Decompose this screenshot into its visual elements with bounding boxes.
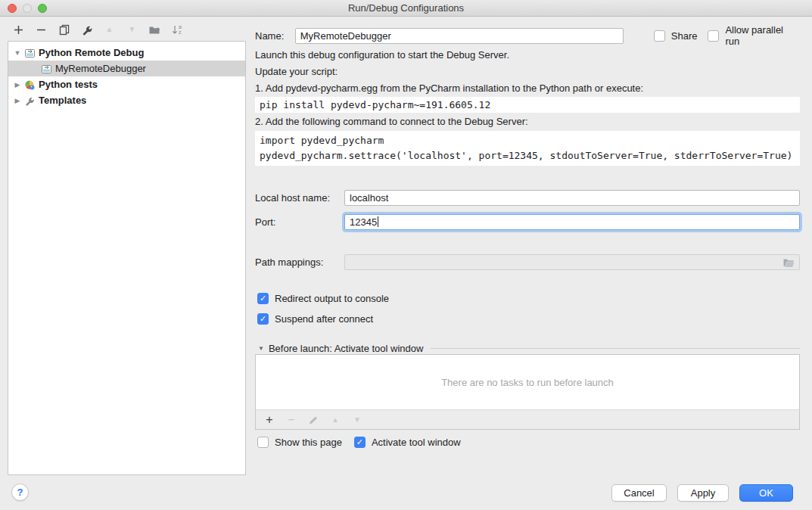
show-this-page-checkbox[interactable] [257,437,269,448]
move-down-button[interactable]: ▼ [126,23,138,36]
settrace-code: import pydevd_pycharm pydevd_pycharm.set… [255,131,800,166]
plus-icon: + [266,414,272,426]
redirect-output-row: ✓ Redirect output to console [257,293,800,304]
zoom-button[interactable] [38,4,47,13]
up-arrow-icon: ▲ [331,416,339,424]
help-button[interactable]: ? [11,484,29,501]
edit-task-button[interactable] [307,414,319,426]
redirect-output-checkbox[interactable]: ✓ [257,293,269,304]
configurations-toolbar: ▲ ▼ a z [12,22,184,37]
tree-item-python-tests[interactable]: ▶ Python tests [8,76,245,92]
path-mappings-input[interactable] [344,254,800,270]
activate-tool-window-checkbox[interactable]: ✓ [354,437,366,448]
tree-item-label: Templates [39,95,86,106]
suspend-after-connect-checkbox[interactable]: ✓ [257,313,269,325]
tree-item-label: Python tests [39,79,98,90]
tree-item-myremotedebugger[interactable]: MyRemoteDebugger [8,61,245,76]
name-value: MyRemoteDebugger [300,30,391,42]
path-mappings-label: Path mappings: [255,257,344,268]
tree-item-python-remote-debug[interactable]: ▼ Python Remote Debug [8,45,245,61]
collapse-triangle-icon[interactable]: ▼ [258,345,264,352]
suspend-after-connect-row: ✓ Suspend after connect [257,313,800,325]
move-task-up-button[interactable]: ▲ [329,414,341,426]
port-label: Port: [255,216,344,228]
minimize-button[interactable] [23,4,32,13]
python-tests-icon [23,79,36,91]
settrace-code-line1: import pydevd_pycharm [260,133,795,148]
sort-az-icon: a z [171,23,184,36]
chevron-right-icon[interactable]: ▶ [13,97,22,104]
minus-icon [36,24,47,36]
show-this-page-label: Show this page [275,437,342,448]
checkmark-icon: ✓ [260,294,266,303]
suspend-after-connect-label: Suspend after connect [275,313,373,325]
chevron-down-icon[interactable]: ▼ [13,49,22,57]
wrench-icon [81,23,93,36]
name-row: Name: MyRemoteDebugger Share Allow paral… [255,24,800,47]
chevron-right-icon[interactable]: ▶ [13,81,22,89]
copy-icon [58,23,70,36]
checkmark-icon: ✓ [260,314,266,324]
plus-icon [13,24,24,36]
close-button[interactable] [8,4,17,13]
up-arrow-icon: ▲ [106,26,114,33]
page-options-row: Show this page ✓ Activate tool window [257,437,800,448]
intro-text: Launch this debug configuration to start… [255,48,800,62]
share-label: Share [671,30,698,42]
before-launch-title: Before launch: Activate tool window [269,343,424,354]
before-launch-header[interactable]: ▼ Before launch: Activate tool window [255,342,800,354]
remote-debug-icon [23,47,36,59]
edit-templates-button[interactable] [80,23,93,36]
move-up-button[interactable]: ▲ [103,23,116,36]
sort-configurations-button[interactable]: a z [171,23,184,36]
traffic-lights [8,4,47,13]
add-task-button[interactable]: + [263,414,275,426]
pip-install-code: pip install pydevd-pycharm~=191.6605.12 [255,97,800,113]
port-input[interactable]: 12345 [344,214,800,230]
configuration-tree: ▼ Python Remote Debug MyRemoteDebugger ▶ [8,41,246,475]
move-task-down-button[interactable]: ▼ [351,414,363,426]
cancel-button[interactable]: Cancel [611,484,667,502]
svg-text:z: z [179,30,182,35]
port-value: 12345 [350,216,377,228]
allow-parallel-run-checkbox[interactable] [708,30,719,42]
tasks-toolbar: + − ▲ ▼ [256,409,799,429]
ok-button[interactable]: OK [739,484,793,502]
question-mark-icon: ? [17,487,23,498]
allow-parallel-run-label: Allow parallel run [725,24,800,47]
svg-text:a: a [179,24,182,30]
settrace-code-line2: pydevd_pycharm.settrace('localhost', por… [260,148,795,163]
tree-item-label: Python Remote Debug [39,47,144,58]
port-row: Port: 12345 [255,214,800,230]
minus-icon: − [288,414,294,426]
create-folder-button[interactable] [148,23,161,36]
name-label: Name: [255,30,295,42]
remove-configuration-button[interactable] [35,23,48,36]
local-host-value: localhost [350,192,388,204]
share-checkbox[interactable] [654,30,665,42]
wrench-icon [23,95,36,107]
copy-configuration-button[interactable] [58,23,70,36]
add-configuration-button[interactable] [12,23,25,36]
apply-button[interactable]: Apply [677,484,729,502]
name-input[interactable]: MyRemoteDebugger [295,28,624,44]
configuration-form: Name: MyRemoteDebugger Share Allow paral… [255,0,800,510]
local-host-label: Local host name: [255,192,344,204]
local-host-row: Local host name: localhost [255,190,800,206]
path-mappings-row: Path mappings: [255,254,800,270]
update-script-text: Update your script: [255,65,800,79]
folder-add-icon [148,23,161,36]
down-arrow-icon: ▼ [129,26,136,33]
tree-item-templates[interactable]: ▶ Templates [8,92,245,108]
local-host-input[interactable]: localhost [344,190,800,206]
tree-item-label: MyRemoteDebugger [55,63,146,74]
browse-folder-button[interactable] [782,257,795,270]
before-launch-tasks-panel: There are no tasks to run before launch … [255,354,800,430]
remove-task-button[interactable]: − [285,414,297,426]
run-debug-configurations-dialog: Run/Debug Configurations ▲ ▼ [0,0,812,510]
step2-text: 2. Add the following command to connect … [255,115,800,129]
down-arrow-icon: ▼ [353,416,361,424]
pencil-icon [308,415,319,425]
redirect-output-label: Redirect output to console [275,293,389,304]
divider [431,348,800,349]
